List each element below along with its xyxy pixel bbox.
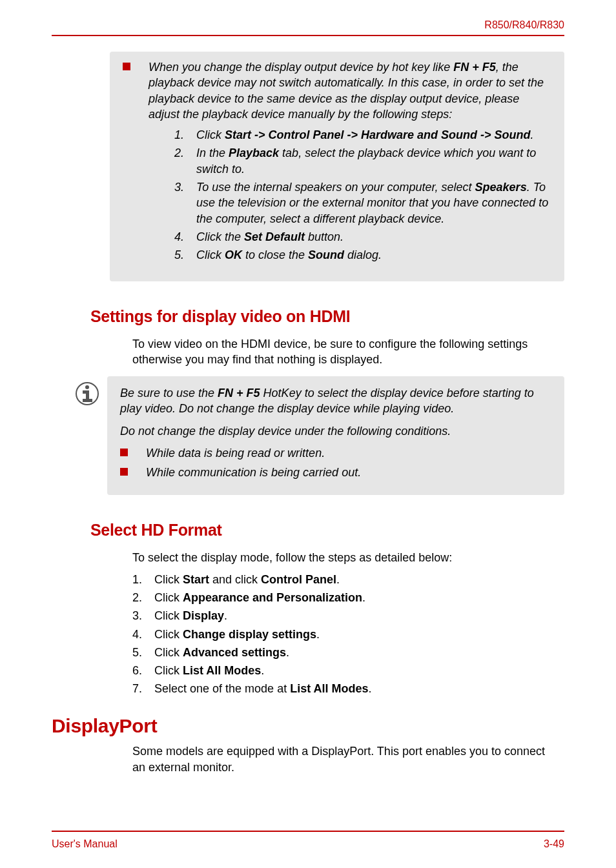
text: . bbox=[261, 664, 264, 677]
para-hdmi-intro: To view video on the HDMI device, be sur… bbox=[132, 336, 558, 368]
heading-hd-format: Select HD Format bbox=[90, 521, 564, 540]
heading-hdmi-settings: Settings for display video on HDMI bbox=[90, 307, 564, 326]
footer-rule bbox=[52, 831, 564, 832]
para-hd-intro: To select the display mode, follow the s… bbox=[132, 550, 558, 565]
bullet-text: While communication is being carried out… bbox=[146, 465, 551, 480]
text: . bbox=[286, 646, 289, 659]
bold-text: Advanced settings bbox=[183, 646, 286, 659]
info-icon bbox=[71, 381, 103, 406]
list-item: 7.Select one of the mode at List All Mod… bbox=[132, 681, 564, 697]
note-box-info: Be sure to use the FN + F5 HotKey to sel… bbox=[107, 376, 564, 494]
step-number: 5. bbox=[132, 645, 154, 661]
text: Click bbox=[154, 628, 183, 641]
text: Click bbox=[154, 664, 183, 677]
page-footer: User's Manual 3-49 bbox=[52, 831, 564, 850]
text: Click bbox=[196, 248, 225, 261]
list-item: 2.Click Appearance and Personalization. bbox=[132, 590, 564, 606]
footer-left: User's Manual bbox=[52, 838, 118, 850]
info-para-1: Be sure to use the FN + F5 HotKey to sel… bbox=[120, 385, 551, 417]
text: . bbox=[531, 128, 534, 141]
list-item: 5.Click OK to close the Sound dialog. bbox=[174, 247, 551, 263]
bold-text: Speakers bbox=[475, 181, 527, 194]
list-item: 1.Click Start -> Control Panel -> Hardwa… bbox=[174, 127, 551, 143]
bullet-icon bbox=[120, 468, 128, 476]
step-number: 5. bbox=[174, 247, 196, 263]
text: Click bbox=[196, 128, 225, 141]
bold-text: List All Modes bbox=[290, 682, 368, 695]
step-number: 6. bbox=[132, 663, 154, 679]
info-bullet-2: While communication is being carried out… bbox=[120, 465, 551, 480]
bullet-text: While data is being read or written. bbox=[146, 445, 551, 461]
svg-rect-4 bbox=[83, 399, 92, 402]
text: to close the bbox=[242, 248, 308, 261]
step-number: 2. bbox=[174, 145, 196, 177]
text: When you change the display output devic… bbox=[149, 61, 453, 74]
bold-text: List All Modes bbox=[183, 664, 261, 677]
text: . bbox=[336, 573, 340, 586]
footer-right: 3-49 bbox=[544, 838, 564, 850]
text: To use the internal speakers on your com… bbox=[196, 181, 475, 194]
list-item: 4.Click Change display settings. bbox=[132, 627, 564, 643]
header-model: R850/R840/R830 bbox=[52, 19, 564, 31]
info-bullet-1: While data is being read or written. bbox=[120, 445, 551, 461]
note-intro-text: When you change the display output devic… bbox=[149, 59, 551, 266]
list-item: 2.In the Playback tab, select the playba… bbox=[174, 145, 551, 177]
bold-text: OK bbox=[225, 248, 242, 261]
para-displayport: Some models are equipped with a DisplayP… bbox=[132, 743, 558, 775]
info-para-2: Do not change the display device under t… bbox=[120, 423, 551, 439]
bold-text: Control Panel bbox=[261, 573, 336, 586]
bold-text: Sound bbox=[308, 248, 344, 261]
list-item: 3.Click Display. bbox=[132, 608, 564, 624]
note-steps-list: 1.Click Start -> Control Panel -> Hardwa… bbox=[174, 127, 551, 263]
text: Click bbox=[154, 591, 183, 604]
text: . bbox=[316, 628, 320, 641]
step-number: 1. bbox=[132, 572, 154, 588]
step-number: 4. bbox=[174, 229, 196, 245]
note-box-hotkey: When you change the display output devic… bbox=[110, 52, 564, 281]
step-number: 1. bbox=[174, 127, 196, 143]
text: . bbox=[224, 609, 227, 622]
text: Be sure to use the bbox=[120, 387, 218, 399]
bold-text: Start -> Control Panel -> Hardware and S… bbox=[225, 128, 531, 141]
bold-text: Set Default bbox=[244, 230, 305, 243]
text: Click bbox=[154, 573, 183, 586]
bullet-icon bbox=[123, 63, 130, 70]
header-rule bbox=[52, 35, 564, 36]
bold-text: Change display settings bbox=[183, 628, 316, 641]
text: dialog. bbox=[344, 248, 382, 261]
bullet-icon bbox=[120, 449, 128, 456]
step-number: 7. bbox=[132, 681, 154, 697]
text: Click the bbox=[196, 230, 244, 243]
step-number: 3. bbox=[132, 608, 154, 624]
text: Select one of the mode at bbox=[154, 682, 290, 695]
bold-text: Playback bbox=[229, 146, 279, 159]
step-number: 2. bbox=[132, 590, 154, 606]
list-item: 1.Click Start and click Control Panel. bbox=[132, 572, 564, 588]
text: . bbox=[368, 682, 371, 695]
list-item: 5.Click Advanced settings. bbox=[132, 645, 564, 661]
text: and click bbox=[209, 573, 261, 586]
step-number: 4. bbox=[132, 627, 154, 643]
hotkey-bold: FN + F5 bbox=[453, 61, 496, 74]
step-number: 3. bbox=[174, 179, 196, 227]
heading-displayport: DisplayPort bbox=[52, 715, 564, 737]
bold-text: Appearance and Personalization bbox=[183, 591, 362, 604]
text: Click bbox=[154, 609, 183, 622]
list-item: 3.To use the internal speakers on your c… bbox=[174, 179, 551, 227]
info-note-wrapper: Be sure to use the FN + F5 HotKey to sel… bbox=[71, 374, 564, 494]
list-item: 4.Click the Set Default button. bbox=[174, 229, 551, 245]
text: . bbox=[362, 591, 365, 604]
bold-text: FN + F5 bbox=[218, 387, 260, 399]
text: button. bbox=[305, 230, 344, 243]
svg-point-1 bbox=[85, 385, 89, 389]
bold-text: Display bbox=[183, 609, 224, 622]
list-item: 6.Click List All Modes. bbox=[132, 663, 564, 679]
note-bullet: When you change the display output devic… bbox=[123, 59, 551, 266]
text: Click bbox=[154, 646, 183, 659]
hd-format-steps: 1.Click Start and click Control Panel. 2… bbox=[132, 572, 564, 697]
bold-text: Start bbox=[183, 573, 209, 586]
text: In the bbox=[196, 146, 229, 159]
